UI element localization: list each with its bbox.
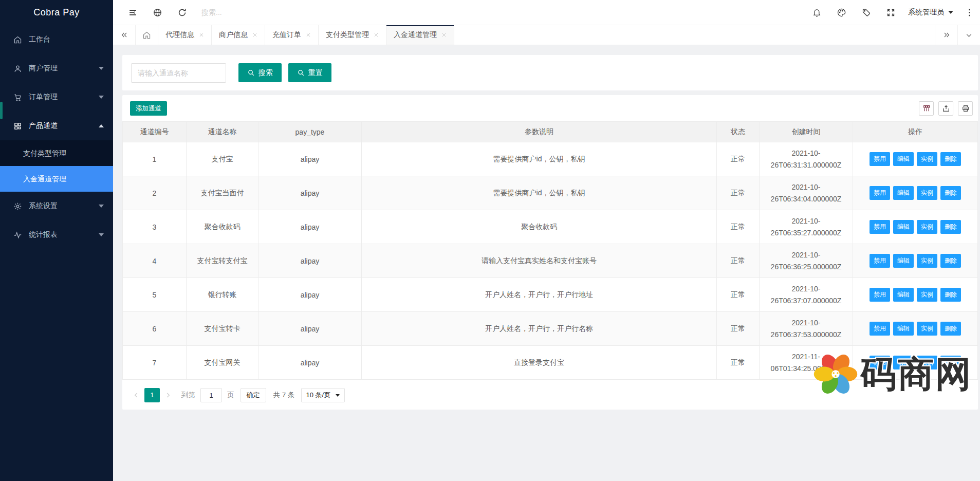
collapse-sidebar-button[interactable] (120, 0, 145, 25)
row-actions: 禁用编辑实例删除 (868, 256, 963, 264)
row-action-instance-button[interactable]: 实例 (917, 220, 937, 234)
sidebar-item-orders[interactable]: 订单管理 (0, 83, 113, 112)
prev-page-button[interactable] (130, 388, 142, 402)
cell-status: 正常 (717, 312, 760, 346)
row-action-disable-button[interactable]: 禁用 (870, 356, 890, 369)
globe-icon (153, 8, 162, 17)
cell-actions: 禁用编辑实例删除 (853, 142, 978, 176)
row-action-disable-button[interactable]: 禁用 (870, 152, 890, 166)
row-action-edit-button[interactable]: 编辑 (893, 356, 914, 369)
fullscreen-button[interactable] (878, 0, 903, 25)
row-action-delete-button[interactable]: 删除 (940, 220, 961, 234)
channel-name-input[interactable] (131, 63, 226, 83)
global-search (201, 8, 315, 17)
user-menu[interactable]: 系统管理员 (903, 0, 958, 25)
row-action-instance-button[interactable]: 实例 (917, 356, 937, 369)
filter-columns-button[interactable] (919, 101, 934, 116)
sidebar-item-deposit-channel-mgmt[interactable]: 入金通道管理 (0, 166, 113, 192)
row-action-edit-button[interactable]: 编辑 (893, 152, 914, 166)
next-page-button[interactable] (162, 388, 174, 402)
row-action-edit-button[interactable]: 编辑 (893, 288, 914, 302)
row-action-edit-button[interactable]: 编辑 (893, 254, 914, 268)
row-action-instance-button[interactable]: 实例 (917, 288, 937, 302)
notifications-button[interactable] (804, 0, 829, 25)
created-line-2: 26T06:37:53.000000Z (764, 329, 848, 341)
row-action-edit-button[interactable]: 编辑 (893, 322, 914, 336)
row-action-disable-button[interactable]: 禁用 (870, 322, 890, 336)
confirm-page-button[interactable]: 确定 (241, 388, 266, 402)
cell-channel-name: 银行转账 (187, 278, 258, 312)
printer-icon (961, 104, 970, 113)
pagination: 1 到第 页 确定 共 7 条 10 条/页 (130, 388, 978, 402)
more-menu-button[interactable] (958, 0, 980, 25)
print-button[interactable] (958, 101, 973, 116)
row-action-delete-button[interactable]: 删除 (940, 152, 961, 166)
main-content: 搜索 重置 添加通道 (113, 45, 980, 481)
column-header: 操作 (853, 122, 978, 142)
reset-button[interactable]: 重置 (288, 63, 331, 82)
theme-button[interactable] (829, 0, 854, 25)
row-action-delete-button[interactable]: 删除 (940, 322, 961, 336)
close-icon[interactable] (374, 32, 379, 38)
language-button[interactable] (145, 0, 170, 25)
row-action-delete-button[interactable]: 删除 (940, 356, 961, 369)
page-size-select[interactable]: 10 条/页 (301, 388, 345, 402)
sidebar-item-workbench[interactable]: 工作台 (0, 25, 113, 54)
export-button[interactable] (938, 101, 953, 116)
global-search-input[interactable] (201, 8, 315, 16)
sidebar-item-merchants[interactable]: 商户管理 (0, 54, 113, 83)
row-action-instance-button[interactable]: 实例 (917, 186, 937, 200)
close-icon[interactable] (199, 32, 204, 38)
tab-agent-info[interactable]: 代理信息 (158, 25, 212, 45)
more-vert-icon (965, 8, 974, 17)
tag-button[interactable] (854, 0, 878, 25)
row-action-disable-button[interactable]: 禁用 (870, 254, 890, 268)
add-channel-button[interactable]: 添加通道 (130, 101, 167, 116)
refresh-button[interactable] (170, 0, 194, 25)
chevron-down-icon (99, 205, 104, 208)
sidebar-item-label: 订单管理 (29, 92, 58, 102)
sidebar-item-product-channels[interactable]: 产品通道 (0, 112, 113, 140)
close-icon[interactable] (252, 32, 257, 38)
row-action-disable-button[interactable]: 禁用 (870, 288, 890, 302)
tab-recharge-orders[interactable]: 充值订单 (265, 25, 319, 45)
tabs-scroll-right-button[interactable] (935, 25, 957, 45)
close-icon[interactable] (441, 32, 447, 38)
row-action-delete-button[interactable]: 删除 (940, 288, 961, 302)
row-actions: 禁用编辑实例删除 (868, 154, 963, 162)
column-header: 通道编号 (123, 122, 187, 142)
sidebar-scroll-thumb[interactable] (0, 102, 3, 119)
row-action-instance-button[interactable]: 实例 (917, 322, 937, 336)
close-icon[interactable] (306, 32, 311, 38)
column-header: 状态 (717, 122, 760, 142)
tabs-menu-button[interactable] (957, 25, 980, 45)
cell-created-at: 2021-10- 26T06:36:25.000000Z (760, 244, 853, 278)
tab-deposit-channel-mgmt[interactable]: 入金通道管理 (386, 25, 454, 45)
goto-page-input[interactable] (200, 388, 222, 402)
current-page-button[interactable]: 1 (144, 388, 160, 402)
row-action-edit-button[interactable]: 编辑 (893, 186, 914, 200)
sidebar-submenu: 支付类型管理 入金通道管理 (0, 140, 113, 192)
row-action-disable-button[interactable]: 禁用 (870, 220, 890, 234)
row-action-instance-button[interactable]: 实例 (917, 254, 937, 268)
tab-pay-type-mgmt[interactable]: 支付类型管理 (319, 25, 386, 45)
sidebar-item-label: 产品通道 (29, 121, 58, 131)
tabbar-spacer (454, 25, 935, 45)
cell-pay-type: alipay (258, 244, 362, 278)
sidebar-item-pay-type-mgmt[interactable]: 支付类型管理 (0, 140, 113, 166)
tab-merchant-info[interactable]: 商户信息 (212, 25, 265, 45)
tab-home-button[interactable] (136, 25, 158, 45)
cell-channel-id: 3 (123, 210, 187, 244)
tabs-scroll-left-button[interactable] (113, 25, 136, 45)
row-action-disable-button[interactable]: 禁用 (870, 186, 890, 200)
sidebar-item-system-settings[interactable]: 系统设置 (0, 192, 113, 220)
column-header: 参数说明 (362, 122, 717, 142)
column-header: 创建时间 (760, 122, 853, 142)
row-action-delete-button[interactable]: 删除 (940, 254, 961, 268)
row-action-delete-button[interactable]: 删除 (940, 186, 961, 200)
row-action-edit-button[interactable]: 编辑 (893, 220, 914, 234)
created-line-2: 26T06:31:31.000000Z (764, 159, 848, 171)
sidebar-item-statistics[interactable]: 统计报表 (0, 220, 113, 249)
row-action-instance-button[interactable]: 实例 (917, 152, 937, 166)
search-button[interactable]: 搜索 (238, 63, 282, 82)
